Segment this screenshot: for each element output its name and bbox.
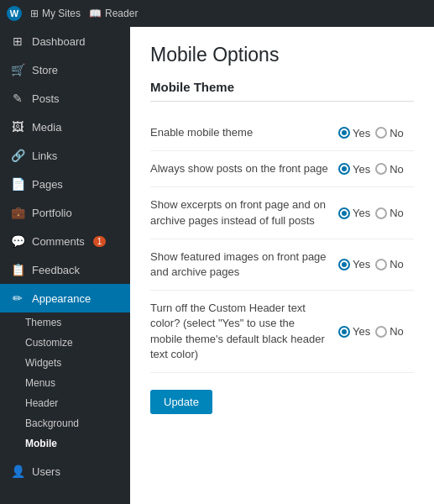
- media-icon: 🖼: [10, 119, 25, 134]
- yes-label: Yes: [353, 325, 370, 338]
- radio-yes-always-show-posts[interactable]: Yes: [338, 163, 370, 176]
- option-label-enable-mobile: Enable mobile theme: [150, 125, 328, 140]
- radio-no-enable-mobile[interactable]: No: [375, 127, 404, 139]
- users-icon: 👤: [10, 464, 25, 479]
- no-label: No: [390, 127, 404, 139]
- option-label-turn-off-custom-header: Turn off the Custom Header text color? (…: [150, 301, 328, 362]
- radio-no-circle-always-show-posts: [375, 163, 387, 175]
- sidebar-item-header[interactable]: Header: [0, 393, 130, 413]
- radio-group-enable-mobile: Yes No: [338, 127, 414, 139]
- radio-group-turn-off-custom-header: Yes No: [338, 325, 414, 338]
- sidebar-item-pages[interactable]: 📄 Pages: [0, 170, 130, 198]
- radio-group-show-featured: Yes No: [338, 258, 414, 270]
- sidebar-item-menus[interactable]: Menus: [0, 373, 130, 393]
- option-label-show-excerpts: Show excerpts on front page and on archi…: [150, 197, 328, 228]
- sidebar-item-customize[interactable]: Customize: [0, 333, 130, 353]
- radio-no-circle-turn-off-custom-header: [375, 326, 387, 338]
- reader-icon: 📖: [89, 8, 102, 19]
- option-row-show-excerpts: Show excerpts on front page and on archi…: [150, 187, 414, 239]
- radio-yes-show-excerpts[interactable]: Yes: [338, 207, 370, 219]
- radio-yes-circle-turn-off-custom-header: [338, 326, 350, 338]
- radio-no-circle-show-excerpts: [375, 207, 387, 219]
- admin-bar-reader[interactable]: 📖 Reader: [89, 8, 138, 19]
- comments-badge: 1: [93, 236, 107, 247]
- radio-no-turn-off-custom-header[interactable]: No: [375, 325, 404, 338]
- sidebar-item-comments[interactable]: 💬 Comments 1: [0, 227, 130, 255]
- radio-group-always-show-posts: Yes No: [338, 163, 414, 176]
- sidebar-item-portfolio[interactable]: 💼 Portfolio: [0, 198, 130, 227]
- mysites-icon: ⊞: [30, 8, 39, 19]
- radio-no-circle-show-featured: [375, 259, 387, 270]
- yes-label: Yes: [353, 163, 370, 176]
- dashboard-icon: ⊞: [10, 34, 25, 49]
- section-title: Mobile Theme: [150, 80, 414, 102]
- radio-no-show-featured[interactable]: No: [375, 258, 404, 270]
- sidebar-item-store[interactable]: 🛒 Store: [0, 55, 130, 84]
- options-list: Enable mobile theme Yes No Always show p…: [150, 115, 414, 373]
- pages-icon: 📄: [10, 176, 25, 192]
- radio-no-always-show-posts[interactable]: No: [375, 163, 404, 176]
- comments-icon: 💬: [10, 234, 25, 249]
- yes-label: Yes: [353, 258, 370, 270]
- update-button[interactable]: Update: [150, 390, 212, 414]
- no-label: No: [390, 258, 404, 270]
- admin-bar: W ⊞ My Sites 📖 Reader: [0, 0, 434, 27]
- radio-group-show-excerpts: Yes No: [338, 207, 414, 219]
- page-title: Mobile Options: [150, 44, 414, 66]
- option-row-show-featured: Show featured images on front page and a…: [150, 239, 414, 291]
- radio-yes-circle-show-excerpts: [338, 207, 350, 219]
- appearance-icon: ✏: [10, 291, 25, 306]
- radio-yes-circle-enable-mobile: [338, 127, 350, 139]
- sidebar-item-dashboard[interactable]: ⊞ Dashboard: [0, 27, 130, 55]
- radio-yes-enable-mobile[interactable]: Yes: [338, 127, 370, 139]
- sidebar-item-links[interactable]: 🔗 Links: [0, 141, 130, 170]
- sidebar-item-background[interactable]: Background: [0, 413, 130, 433]
- links-icon: 🔗: [10, 148, 25, 163]
- option-row-always-show-posts: Always show posts on the front page Yes …: [150, 151, 414, 187]
- radio-no-show-excerpts[interactable]: No: [375, 207, 404, 219]
- sidebar: ⊞ Dashboard 🛒 Store ✎ Posts 🖼 Media 🔗 Li…: [0, 0, 130, 504]
- sidebar-item-appearance[interactable]: ✏ Appearance: [0, 284, 130, 312]
- radio-no-circle-enable-mobile: [375, 127, 387, 139]
- portfolio-icon: 💼: [10, 205, 25, 220]
- yes-label: Yes: [353, 127, 370, 139]
- radio-yes-circle-show-featured: [338, 259, 350, 270]
- sidebar-item-media[interactable]: 🖼 Media: [0, 113, 130, 141]
- store-icon: 🛒: [10, 62, 25, 77]
- sidebar-item-widgets[interactable]: Widgets: [0, 353, 130, 373]
- sidebar-item-feedback[interactable]: 📋 Feedback: [0, 255, 130, 284]
- option-row-turn-off-custom-header: Turn off the Custom Header text color? (…: [150, 291, 414, 373]
- sidebar-item-mobile[interactable]: Mobile: [0, 433, 130, 454]
- sidebar-item-themes[interactable]: Themes: [0, 312, 130, 333]
- main-content: Mobile Options Mobile Theme Enable mobil…: [130, 0, 434, 504]
- admin-bar-mysites[interactable]: ⊞ My Sites: [30, 8, 81, 19]
- no-label: No: [390, 207, 404, 219]
- yes-label: Yes: [353, 207, 370, 219]
- posts-icon: ✎: [10, 91, 25, 106]
- option-label-show-featured: Show featured images on front page and a…: [150, 249, 328, 280]
- feedback-icon: 📋: [10, 262, 25, 277]
- radio-yes-turn-off-custom-header[interactable]: Yes: [338, 325, 370, 338]
- sidebar-item-users[interactable]: 👤 Users: [0, 457, 130, 486]
- radio-yes-circle-always-show-posts: [338, 163, 350, 175]
- no-label: No: [390, 163, 404, 176]
- radio-yes-show-featured[interactable]: Yes: [338, 258, 370, 270]
- option-label-always-show-posts: Always show posts on the front page: [150, 161, 328, 176]
- option-row-enable-mobile: Enable mobile theme Yes No: [150, 115, 414, 151]
- no-label: No: [390, 325, 404, 338]
- sidebar-item-posts[interactable]: ✎ Posts: [0, 84, 130, 113]
- wp-logo[interactable]: W: [7, 6, 22, 21]
